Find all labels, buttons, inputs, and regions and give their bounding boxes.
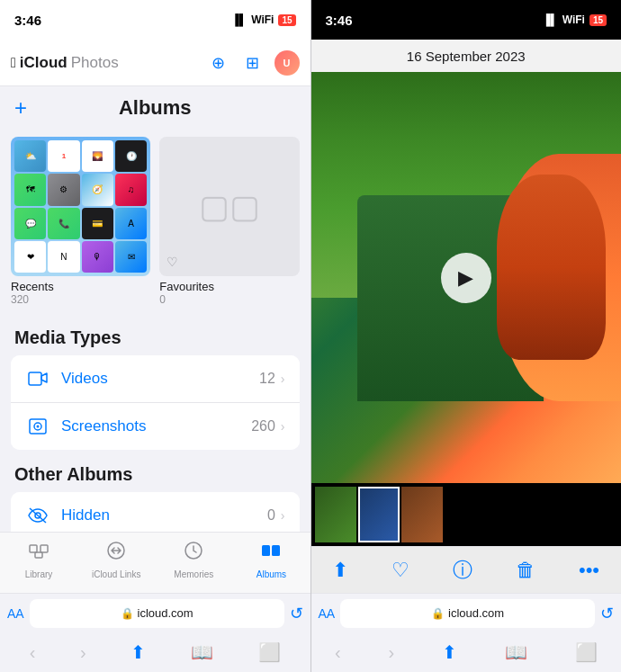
- right-status-bar: 3:46 ▐▌ WiFi 15: [311, 0, 622, 40]
- right-share-button[interactable]: ⬆: [435, 634, 464, 670]
- wallet-app-icon: 💳: [82, 208, 113, 239]
- right-browser-aa[interactable]: AA: [319, 606, 336, 621]
- right-lock-icon: 🔒: [431, 607, 445, 620]
- media-types-list: Videos 12 › Screenshots 260 ›: [11, 355, 300, 450]
- left-browser-bottom: ‹ › ⬆ 📖 ⬜: [0, 632, 310, 672]
- other-albums-list: Hidden 0 › Recently Deleted 0 ›: [11, 492, 300, 532]
- delete-button[interactable]: 🗑: [508, 551, 543, 589]
- library-tab-label: Library: [25, 569, 53, 579]
- maps-app-icon: 🗺: [14, 174, 46, 205]
- media-types-header: Media Types: [0, 313, 310, 355]
- fav-placeholder-icon: ▢▢: [199, 188, 260, 226]
- hidden-chevron: ›: [281, 508, 285, 523]
- more-button[interactable]: •••: [572, 551, 607, 589]
- heart-icon: ♡: [166, 255, 178, 269]
- left-url-text: icloud.com: [138, 606, 194, 620]
- favourites-name: Favourites: [159, 280, 299, 293]
- left-url-bar[interactable]: 🔒 icloud.com: [30, 599, 284, 628]
- settings-app-icon: ⚙: [48, 174, 79, 205]
- left-browser-bar: AA 🔒 icloud.com ↺: [0, 593, 310, 632]
- left-panel: 3:46 ▐▌ WiFi 15  iCloud Photos ⊕ ⊞ U + …: [0, 0, 310, 672]
- right-browser-bottom: ‹ › ⬆ 📖 ⬜: [311, 632, 622, 672]
- albums-tab-icon: [260, 540, 282, 567]
- list-item-videos[interactable]: Videos 12 ›: [11, 355, 300, 403]
- right-bookmarks-button[interactable]: 📖: [498, 634, 535, 670]
- videos-count: 12: [259, 371, 275, 387]
- recents-thumb: ⛅ 1 🌄 🕐 🗺 ⚙ 🧭 ♫ 💬 📞 💳 A ❤ N: [11, 137, 150, 276]
- avatar[interactable]: U: [274, 50, 300, 76]
- play-button[interactable]: ▶: [441, 253, 491, 303]
- new-album-button[interactable]: +: [14, 95, 36, 121]
- svg-rect-8: [30, 545, 37, 552]
- right-back-button[interactable]: ‹: [328, 635, 348, 670]
- videos-chevron: ›: [281, 372, 285, 386]
- hidden-count: 0: [267, 507, 275, 524]
- weather-app-icon: ⛅: [14, 140, 46, 172]
- scene-people: [497, 175, 606, 360]
- clock-app-icon: 🕐: [115, 140, 147, 172]
- film-thumb-1[interactable]: [315, 487, 356, 542]
- recents-name: Recents: [11, 280, 150, 293]
- memories-icon: [183, 540, 204, 567]
- film-thumb-2[interactable]: [358, 487, 400, 542]
- list-item-hidden[interactable]: Hidden 0 ›: [11, 492, 300, 532]
- right-reload-button[interactable]: ↺: [600, 604, 614, 623]
- svg-rect-14: [272, 545, 280, 556]
- right-tabs-button[interactable]: ⬜: [568, 634, 605, 670]
- tab-albums[interactable]: Albums: [232, 540, 310, 579]
- filmstrip: [311, 483, 622, 546]
- left-browser-aa[interactable]: AA: [7, 606, 24, 621]
- favorite-button[interactable]: ♡: [384, 551, 417, 589]
- signal-icon: ▐▌: [231, 13, 247, 26]
- music-app-icon: ♫: [115, 174, 147, 205]
- share-button[interactable]: ⬆: [325, 551, 356, 589]
- screenshots-label: Screenshots: [61, 417, 251, 435]
- albums-title: Albums: [36, 96, 274, 120]
- memories-tab-label: Memories: [174, 569, 213, 579]
- safari-app-icon: 🧭: [82, 174, 113, 205]
- left-reload-button[interactable]: ↺: [290, 604, 303, 623]
- messages-app-icon: 💬: [14, 208, 46, 239]
- tab-library[interactable]: Library: [0, 540, 77, 579]
- tab-icloud-links[interactable]: iCloud Links: [77, 540, 155, 579]
- right-url-bar[interactable]: 🔒 icloud.com: [340, 599, 595, 628]
- left-status-icons: ▐▌ WiFi 15: [231, 13, 295, 26]
- apple-icon: : [11, 55, 16, 71]
- svg-rect-0: [29, 372, 41, 385]
- right-status-icons: ▐▌ WiFi 15: [543, 13, 607, 26]
- film-thumb-3[interactable]: [401, 487, 443, 542]
- album-recents[interactable]: ⛅ 1 🌄 🕐 🗺 ⚙ 🧭 ♫ 💬 📞 💳 A ❤ N: [11, 137, 150, 306]
- grid-icon[interactable]: ⊞: [240, 50, 266, 76]
- list-item-screenshots[interactable]: Screenshots 260 ›: [11, 403, 300, 450]
- tab-memories[interactable]: Memories: [155, 540, 232, 579]
- info-button[interactable]: ⓘ: [446, 550, 480, 591]
- photo-main[interactable]: ▶: [311, 72, 622, 483]
- screenshot-icon: [25, 414, 50, 439]
- left-bookmarks-button[interactable]: 📖: [184, 634, 220, 670]
- add-icon[interactable]: ⊕: [206, 50, 231, 76]
- svg-rect-13: [262, 545, 270, 556]
- brand:  iCloud Photos: [11, 54, 119, 72]
- right-forward-button[interactable]: ›: [381, 635, 401, 670]
- video-icon: [25, 366, 50, 391]
- brand-photos: Photos: [71, 54, 119, 72]
- screenshots-chevron: ›: [281, 419, 285, 434]
- left-tabs-button[interactable]: ⬜: [251, 634, 288, 670]
- other-albums-header: Other Albums: [0, 450, 310, 492]
- phone-app-icon: 📞: [48, 208, 79, 239]
- library-icon: [28, 540, 50, 567]
- albums-grid: ⛅ 1 🌄 🕐 🗺 ⚙ 🧭 ♫ 💬 📞 💳 A ❤ N: [0, 130, 310, 313]
- album-favourites[interactable]: ▢▢ ♡ Favourites 0: [159, 137, 299, 306]
- right-date-header: 16 September 2023: [311, 40, 622, 72]
- brand-icloud: iCloud: [20, 54, 68, 72]
- svg-rect-10: [35, 552, 42, 558]
- recents-count: 320: [11, 293, 150, 306]
- left-forward-button[interactable]: ›: [73, 635, 94, 670]
- mail-app-icon: ✉: [115, 241, 147, 273]
- appstore-icon: A: [115, 208, 147, 239]
- hidden-icon: [25, 503, 50, 528]
- left-nav-bar:  iCloud Photos ⊕ ⊞ U: [0, 40, 310, 86]
- left-back-button[interactable]: ‹: [22, 635, 43, 670]
- left-share-button[interactable]: ⬆: [123, 634, 153, 670]
- hidden-label: Hidden: [61, 506, 267, 524]
